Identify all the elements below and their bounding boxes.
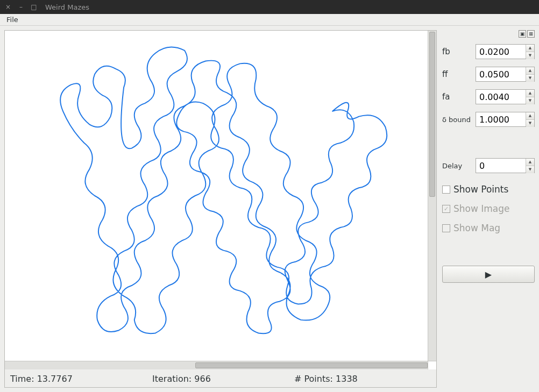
ff-label: ff (442, 69, 472, 79)
dbound-step-up[interactable]: ▲ (526, 112, 534, 120)
window-minimize-icon[interactable]: – (16, 2, 26, 12)
show-mag-checkbox: Show Mag (442, 223, 535, 233)
maze-curve (5, 31, 428, 361)
window-titlebar: × – □ Weird Mazes (0, 0, 539, 14)
status-time-value: 13.7767 (37, 374, 73, 384)
status-points: # Points: 1338 (294, 374, 431, 384)
fb-step-down[interactable]: ▼ (526, 52, 534, 59)
fb-label: fb (442, 47, 472, 56)
status-iteration-value: 966 (194, 374, 211, 384)
menu-file[interactable]: File (3, 15, 22, 25)
show-points-label: Show Points (453, 184, 508, 195)
show-image-checkbox: ✓ Show Image (442, 203, 535, 214)
fa-spinner[interactable]: ▲▼ (476, 89, 535, 104)
fb-input[interactable] (476, 45, 526, 59)
fa-label: fa (442, 92, 472, 102)
ff-input[interactable] (476, 67, 526, 81)
ff-spinner[interactable]: ▲▼ (476, 67, 535, 82)
show-points-checkbox[interactable]: Show Points (442, 184, 535, 195)
fa-input[interactable] (476, 90, 526, 104)
checkbox-icon (442, 186, 450, 194)
panel-close-icon[interactable]: ⊠ (527, 30, 535, 38)
checkbox-icon (442, 224, 450, 232)
checkbox-icon: ✓ (442, 205, 450, 213)
fa-step-up[interactable]: ▲ (526, 90, 534, 97)
show-image-label: Show Image (453, 203, 510, 214)
show-mag-label: Show Mag (453, 223, 500, 233)
horizontal-scrollbar[interactable] (5, 361, 428, 369)
status-iteration-label: Iteration: (152, 374, 194, 384)
play-button[interactable]: ▶ (442, 266, 535, 283)
window-close-icon[interactable]: × (3, 2, 13, 12)
fa-step-down[interactable]: ▼ (526, 97, 534, 104)
scrollbar-corner (428, 361, 436, 369)
vertical-scrollbar[interactable] (428, 31, 436, 361)
ff-step-down[interactable]: ▼ (526, 75, 534, 82)
delay-input[interactable] (476, 159, 526, 173)
maze-canvas[interactable] (5, 31, 428, 361)
delay-step-up[interactable]: ▲ (526, 159, 534, 166)
vertical-scrollbar-thumb[interactable] (429, 32, 435, 197)
status-points-label: # Points: (294, 374, 336, 384)
panel-dock-icon[interactable]: ▣ (519, 30, 526, 38)
fb-step-up[interactable]: ▲ (526, 45, 534, 52)
dbound-spinner[interactable]: ▲▼ (476, 112, 535, 127)
status-bar: Time: 13.7767 Iteration: 966 # Points: 1… (5, 369, 436, 387)
controls-panel: ▣ ⊠ fb ▲▼ ff ▲▼ fa ▲▼ δ bound (442, 30, 535, 388)
dbound-label: δ bound (442, 116, 472, 124)
window-maximize-icon[interactable]: □ (29, 2, 39, 12)
ff-step-up[interactable]: ▲ (526, 67, 534, 75)
horizontal-scrollbar-thumb[interactable] (195, 362, 428, 368)
menubar: File (0, 14, 539, 26)
canvas-panel: Time: 13.7767 Iteration: 966 # Points: 1… (4, 30, 437, 388)
window-title: Weird Mazes (45, 3, 89, 11)
delay-step-down[interactable]: ▼ (526, 166, 534, 173)
status-iteration: Iteration: 966 (152, 374, 289, 384)
status-time: Time: 13.7767 (10, 374, 147, 384)
dbound-input[interactable] (476, 112, 526, 126)
fb-spinner[interactable]: ▲▼ (476, 44, 535, 59)
play-icon: ▶ (485, 269, 492, 280)
delay-spinner[interactable]: ▲▼ (476, 158, 535, 173)
delay-label: Delay (442, 162, 472, 170)
status-points-value: 1338 (336, 374, 358, 384)
dbound-step-down[interactable]: ▼ (526, 120, 534, 127)
status-time-label: Time: (10, 374, 37, 384)
